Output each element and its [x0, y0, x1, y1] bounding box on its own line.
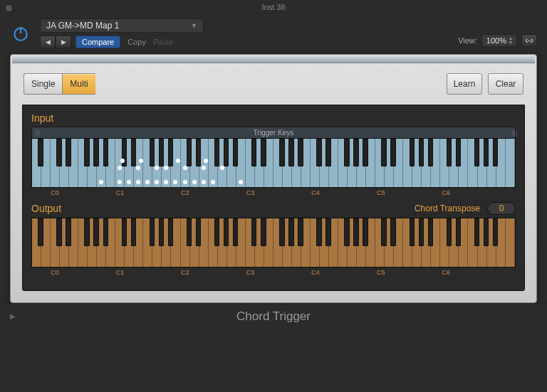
- black-key[interactable]: [419, 139, 424, 166]
- white-key[interactable]: [403, 139, 412, 187]
- white-key[interactable]: [32, 218, 41, 267]
- black-key[interactable]: [353, 139, 358, 166]
- white-key[interactable]: [468, 218, 477, 267]
- black-key[interactable]: [84, 139, 89, 166]
- black-key[interactable]: [251, 218, 256, 246]
- black-key[interactable]: [159, 139, 164, 166]
- trigger-range-left-handle[interactable]: |||: [32, 129, 38, 137]
- next-preset-button[interactable]: ▶: [56, 36, 71, 48]
- black-key[interactable]: [196, 139, 201, 166]
- black-key[interactable]: [224, 218, 229, 246]
- black-key[interactable]: [344, 218, 349, 246]
- white-key[interactable]: [246, 139, 255, 187]
- black-key[interactable]: [279, 139, 284, 166]
- black-key[interactable]: [84, 218, 89, 246]
- black-key[interactable]: [224, 139, 229, 166]
- black-key[interactable]: [456, 139, 461, 166]
- compare-button[interactable]: Compare: [75, 36, 120, 48]
- black-key[interactable]: [251, 139, 256, 166]
- black-key[interactable]: [316, 218, 321, 246]
- black-key[interactable]: [288, 218, 293, 246]
- white-key[interactable]: [115, 218, 125, 267]
- black-key[interactable]: [381, 139, 386, 166]
- black-key[interactable]: [196, 218, 201, 246]
- white-key[interactable]: [338, 218, 348, 267]
- black-key[interactable]: [344, 139, 349, 166]
- black-key[interactable]: [150, 218, 155, 246]
- white-key[interactable]: [143, 218, 152, 267]
- black-key[interactable]: [410, 218, 415, 246]
- black-key[interactable]: [261, 218, 266, 246]
- clear-button[interactable]: Clear: [488, 73, 523, 95]
- white-key[interactable]: [274, 139, 283, 187]
- black-key[interactable]: [456, 218, 461, 246]
- white-key[interactable]: [78, 139, 88, 187]
- black-key[interactable]: [298, 139, 303, 166]
- black-key[interactable]: [214, 139, 219, 166]
- black-key[interactable]: [428, 139, 433, 166]
- white-key[interactable]: [209, 139, 218, 187]
- output-keyboard[interactable]: [31, 218, 516, 267]
- black-key[interactable]: [187, 139, 192, 166]
- black-key[interactable]: [390, 218, 395, 246]
- white-key[interactable]: [468, 139, 477, 187]
- white-key[interactable]: [375, 139, 385, 187]
- white-key[interactable]: [274, 218, 283, 267]
- black-key[interactable]: [103, 218, 108, 246]
- white-key[interactable]: [51, 218, 60, 267]
- link-button[interactable]: [521, 34, 537, 47]
- black-key[interactable]: [474, 218, 479, 246]
- white-key[interactable]: [440, 139, 449, 187]
- learn-button[interactable]: Learn: [447, 73, 482, 95]
- black-key[interactable]: [214, 218, 219, 246]
- trigger-range-right-handle[interactable]: |||: [509, 129, 515, 137]
- white-key[interactable]: [506, 139, 515, 187]
- power-button[interactable]: [10, 23, 31, 44]
- white-key[interactable]: [403, 218, 412, 267]
- white-key[interactable]: [181, 139, 190, 187]
- white-key[interactable]: [209, 218, 218, 267]
- black-key[interactable]: [38, 218, 43, 246]
- disclosure-arrow-icon[interactable]: ▶: [10, 312, 16, 320]
- black-key[interactable]: [122, 218, 127, 246]
- white-key[interactable]: [440, 218, 449, 267]
- black-key[interactable]: [298, 218, 303, 246]
- white-key[interactable]: [338, 139, 348, 187]
- preset-select[interactable]: JA GM->MD Map 1 ▼: [40, 18, 204, 33]
- black-key[interactable]: [168, 218, 173, 246]
- black-key[interactable]: [325, 218, 330, 246]
- white-key[interactable]: [143, 139, 152, 187]
- black-key[interactable]: [150, 139, 155, 166]
- black-key[interactable]: [66, 218, 71, 246]
- close-window-icon[interactable]: [6, 5, 12, 11]
- black-key[interactable]: [484, 139, 489, 166]
- black-key[interactable]: [447, 139, 452, 166]
- black-key[interactable]: [187, 218, 192, 246]
- prev-preset-button[interactable]: ◀: [40, 36, 56, 48]
- white-key[interactable]: [78, 218, 88, 267]
- black-key[interactable]: [233, 218, 238, 246]
- black-key[interactable]: [493, 139, 498, 166]
- black-key[interactable]: [279, 218, 284, 246]
- mode-multi-button[interactable]: Multi: [62, 73, 95, 95]
- black-key[interactable]: [325, 139, 330, 166]
- black-key[interactable]: [56, 139, 61, 166]
- black-key[interactable]: [159, 218, 164, 246]
- white-key[interactable]: [115, 139, 125, 187]
- black-key[interactable]: [381, 218, 386, 246]
- black-key[interactable]: [131, 218, 136, 246]
- mode-single-button[interactable]: Single: [24, 73, 62, 95]
- white-key[interactable]: [375, 218, 385, 267]
- black-key[interactable]: [353, 218, 358, 246]
- black-key[interactable]: [390, 139, 395, 166]
- black-key[interactable]: [419, 218, 424, 246]
- zoom-select[interactable]: 100% ▴▾: [481, 34, 517, 47]
- black-key[interactable]: [261, 139, 266, 166]
- black-key[interactable]: [363, 218, 368, 246]
- paste-button[interactable]: Paste: [153, 38, 173, 46]
- copy-button[interactable]: Copy: [127, 38, 146, 46]
- black-key[interactable]: [66, 139, 71, 166]
- black-key[interactable]: [316, 139, 321, 166]
- black-key[interactable]: [93, 139, 98, 166]
- black-key[interactable]: [56, 218, 61, 246]
